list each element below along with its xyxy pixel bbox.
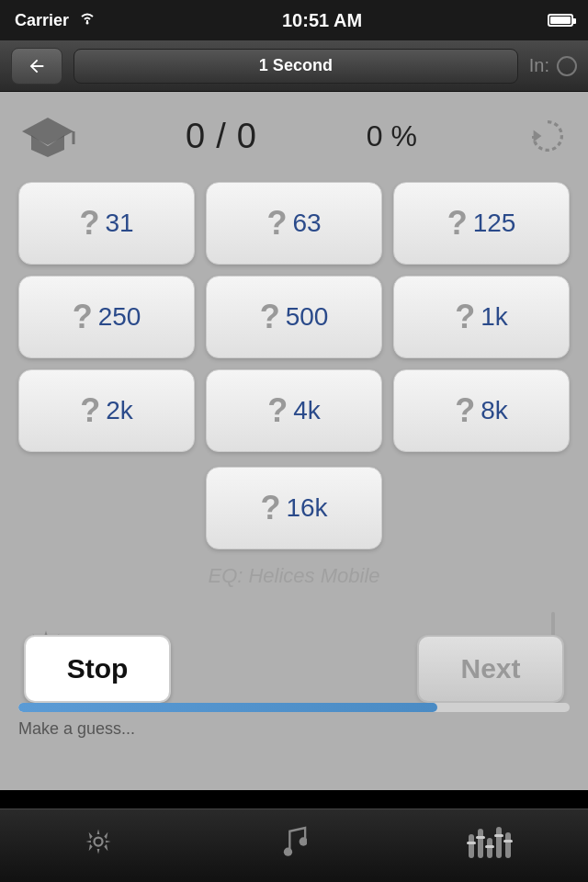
freq-button-125[interactable]: ? 125	[393, 182, 570, 265]
action-buttons: Stop Next	[0, 635, 588, 703]
in-label: In:	[529, 55, 549, 76]
svg-rect-18	[485, 845, 494, 848]
svg-point-0	[86, 21, 89, 24]
question-icon: ?	[267, 391, 288, 430]
freq-row-16k: ? 16k	[18, 467, 570, 549]
freq-button-2k[interactable]: ? 2k	[18, 369, 195, 452]
refresh-button[interactable]	[526, 114, 570, 158]
freq-value-1k: 1k	[481, 302, 508, 332]
question-icon: ?	[73, 298, 93, 336]
score-denominator: 0	[237, 117, 258, 156]
svg-point-10	[300, 837, 307, 845]
svg-point-8	[94, 837, 102, 845]
svg-marker-1	[22, 118, 74, 145]
in-indicator	[557, 56, 577, 76]
freq-value-2k: 2k	[106, 396, 133, 425]
wifi-icon	[78, 11, 96, 30]
freq-button-500[interactable]: ? 500	[206, 276, 382, 358]
progress-container: Make a guess...	[0, 703, 588, 739]
svg-rect-19	[494, 834, 503, 837]
svg-rect-11	[469, 834, 474, 858]
freq-value-125: 125	[473, 209, 516, 238]
question-icon: ?	[260, 298, 280, 336]
freq-value-63: 63	[292, 209, 321, 238]
tab-bar	[0, 808, 588, 882]
tab-settings[interactable]	[62, 814, 135, 869]
freq-value-8k: 8k	[481, 396, 508, 425]
battery-icon	[548, 14, 573, 27]
status-time: 10:51 AM	[282, 10, 362, 31]
timer-selector[interactable]: 1 Second	[74, 49, 518, 84]
svg-marker-4	[534, 130, 542, 141]
svg-rect-15	[505, 832, 511, 858]
freq-button-4k[interactable]: ? 4k	[206, 369, 382, 452]
svg-rect-17	[476, 836, 485, 839]
main-content: 0 / 0 0 % ? 31 ? 63 ? 125 ? 250	[0, 92, 588, 790]
stats-row: 0 / 0 0 %	[18, 107, 570, 165]
tab-note-icon	[281, 824, 307, 859]
freq-button-31[interactable]: ? 31	[18, 182, 195, 265]
freq-value-16k: 16k	[286, 493, 327, 523]
question-icon: ?	[80, 391, 100, 430]
freq-button-63[interactable]: ? 63	[206, 182, 382, 265]
frequency-grid: ? 31 ? 63 ? 125 ? 250 ? 500 ? 1k ? 2k ?	[18, 182, 570, 452]
svg-point-9	[284, 847, 292, 855]
back-arrow-icon	[27, 56, 47, 76]
stop-button[interactable]: Stop	[24, 635, 171, 703]
next-button[interactable]: Next	[417, 635, 564, 703]
status-left: Carrier	[15, 11, 96, 30]
timer-label: 1 Second	[259, 56, 333, 75]
score-numerator: 0	[186, 117, 207, 156]
freq-button-250[interactable]: ? 250	[18, 276, 195, 358]
progress-hint: Make a guess...	[18, 719, 570, 739]
question-icon: ?	[266, 204, 287, 243]
question-icon: ?	[455, 391, 475, 430]
score-display: 0 / 0	[186, 117, 258, 156]
svg-rect-14	[496, 827, 502, 858]
freq-value-500: 500	[286, 302, 329, 332]
progress-bar-background	[18, 703, 570, 712]
tab-equalizer[interactable]	[453, 814, 526, 869]
tab-music[interactable]	[257, 814, 331, 869]
status-bar: Carrier 10:51 AM	[0, 0, 588, 40]
percent-display: 0 %	[367, 119, 417, 153]
freq-value-31: 31	[105, 209, 133, 238]
freq-button-1k[interactable]: ? 1k	[393, 276, 570, 358]
freq-button-8k[interactable]: ? 8k	[393, 369, 570, 452]
score-separator: /	[216, 117, 228, 156]
freq-value-250: 250	[98, 302, 141, 332]
question-icon: ?	[447, 204, 468, 243]
question-icon: ?	[260, 489, 280, 527]
tab-eq-icon	[467, 825, 513, 858]
progress-bar-fill	[18, 703, 437, 712]
carrier-label: Carrier	[15, 11, 69, 30]
status-right	[548, 14, 573, 27]
grad-cap-svg	[20, 113, 75, 159]
svg-rect-12	[478, 829, 483, 858]
back-button[interactable]	[11, 48, 62, 85]
freq-button-16k[interactable]: ? 16k	[206, 467, 382, 549]
svg-rect-20	[503, 840, 513, 842]
graduation-icon	[18, 107, 77, 165]
nav-in-section: In:	[529, 55, 577, 76]
watermark-text: EQ: Helices Mobile	[0, 564, 588, 588]
freq-value-4k: 4k	[293, 396, 321, 425]
nav-bar: 1 Second In:	[0, 40, 588, 92]
tab-gear-icon	[82, 825, 115, 858]
question-icon: ?	[79, 204, 99, 243]
svg-rect-16	[467, 842, 476, 844]
refresh-icon-svg	[527, 116, 568, 156]
question-icon: ?	[455, 298, 475, 336]
